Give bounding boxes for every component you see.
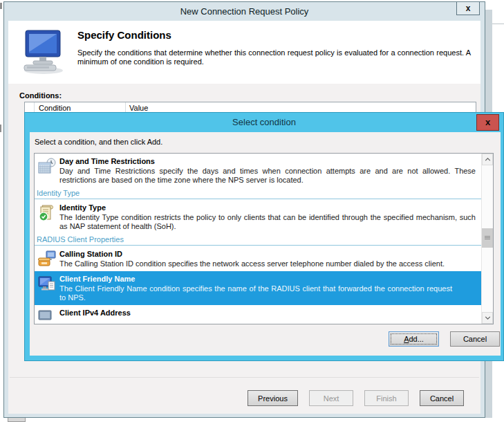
finish-button: Finish — [364, 390, 409, 406]
dialog-instruction: Select a condition, and then click Add. — [35, 138, 162, 146]
wizard-header-description: Specify the conditions that determine wh… — [77, 48, 471, 66]
condition-description: Day and Time Restrictions specify the da… — [59, 167, 476, 185]
condition-item[interactable]: Calling Station IDThe Calling Station ID… — [35, 246, 481, 271]
dialog-cancel-button[interactable]: Cancel — [450, 331, 500, 347]
condition-item[interactable]: Client IPv4 Address — [35, 305, 481, 320]
condition-description: The Calling Station ID condition specifi… — [59, 259, 476, 268]
condition-title: Client Friendly Name — [59, 275, 476, 284]
dialog-content: Select a condition, and then click Add. … — [30, 132, 501, 356]
select-condition-dialog: Select condition x Select a condition, a… — [24, 112, 504, 361]
condition-category: Identity Type — [35, 187, 481, 199]
condition-description: The Client Friendly Name condition speci… — [59, 284, 452, 302]
wizard-header: Specify Conditions Specify the condition… — [8, 21, 480, 84]
phone-monitor-icon — [38, 250, 56, 268]
scrollbar-down-button[interactable] — [482, 312, 493, 324]
condition-description: The Identity Type condition restricts th… — [59, 213, 476, 231]
background-window-fragment — [0, 125, 1, 132]
condition-category: RADIUS Client Properties — [35, 234, 481, 246]
wizard-title: New Connection Request Policy — [180, 6, 309, 17]
wizard-close-button[interactable]: x — [456, 2, 480, 15]
scrollbar-up-button[interactable] — [482, 154, 493, 165]
background-window-fragment — [0, 3, 2, 9]
condition-title: Identity Type — [59, 203, 476, 212]
condition-title: Calling Station ID — [59, 250, 476, 259]
close-icon: x — [485, 117, 490, 127]
condition-title: Day and Time Restrictions — [59, 157, 476, 166]
scrollbar-thumb[interactable] — [482, 228, 493, 248]
wizard-footer: PreviousNextFinishCancel — [8, 390, 480, 407]
column-header-condition: Condition — [39, 104, 71, 112]
list-scrollbar[interactable] — [481, 154, 493, 324]
condition-list-rows: Day and Time RestrictionsDay and Time Re… — [35, 154, 481, 324]
previous-button[interactable]: Previous — [248, 390, 298, 406]
column-header-value: Value — [129, 104, 148, 112]
scroll-check-icon — [38, 204, 56, 222]
monitor-page-icon — [38, 275, 56, 293]
condition-item[interactable]: Client Friendly NameThe Client Friendly … — [35, 271, 481, 305]
add-button[interactable]: Add... — [389, 331, 439, 347]
screen: New Connection Request Policy x Specify … — [0, 0, 504, 422]
condition-title: Client IPv4 Address — [59, 309, 476, 318]
condition-list: Day and Time RestrictionsDay and Time Re… — [34, 153, 494, 324]
chevron-up-icon — [485, 158, 491, 161]
calendar-clock-icon — [38, 158, 56, 176]
footer-separator — [10, 377, 479, 378]
computer-icon — [20, 29, 68, 75]
condition-item[interactable]: Day and Time RestrictionsDay and Time Re… — [35, 154, 481, 187]
dialog-close-button[interactable]: x — [476, 114, 499, 131]
dialog-titlebar: Select condition x — [25, 113, 503, 132]
cancel-button[interactable]: Cancel — [420, 390, 464, 406]
conditions-label: Conditions: — [19, 91, 62, 100]
background-window-fragment — [8, 418, 26, 422]
monitor-gray-icon — [38, 309, 56, 324]
chevron-down-icon — [485, 316, 491, 320]
close-icon: x — [466, 3, 471, 13]
next-button: Next — [309, 390, 353, 406]
wizard-header-title: Specify Conditions — [77, 29, 471, 41]
condition-item[interactable]: Identity TypeThe Identity Type condition… — [35, 200, 481, 234]
wizard-titlebar: New Connection Request Policy x — [4, 2, 485, 21]
dialog-title: Select condition — [232, 117, 296, 127]
